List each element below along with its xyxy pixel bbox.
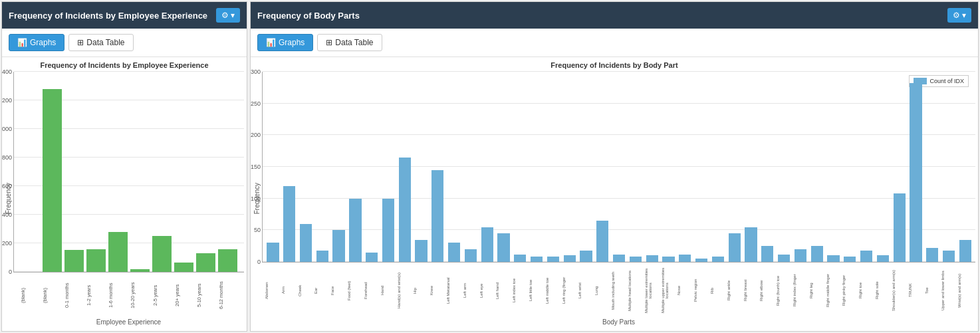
bar <box>926 248 938 262</box>
x-label: Multiple head locations <box>628 264 643 317</box>
x-label: Right elbow <box>759 264 775 317</box>
bar <box>910 83 921 262</box>
bar-group <box>562 72 577 262</box>
bar <box>152 236 172 272</box>
bar <box>218 249 237 272</box>
left-chart-area: Frequency of Incidents by Employee Exper… <box>2 57 247 331</box>
bar-group <box>430 72 445 262</box>
bar-group <box>174 72 193 272</box>
left-x-labels: (blank)(blank)0-1 months1-2 years1-6 mon… <box>13 274 244 317</box>
bar-group <box>595 72 610 262</box>
x-label: Right toe <box>858 264 874 317</box>
x-label: TRUNK <box>908 264 923 317</box>
right-gear-button[interactable]: ⚙ ▾ <box>947 8 971 23</box>
bar-group <box>578 72 594 262</box>
y-tick: 600 <box>2 183 14 189</box>
left-gear-button[interactable]: ⚙ ▾ <box>216 8 240 23</box>
left-graphs-tab[interactable]: 📊 Graphs <box>9 34 64 51</box>
right-chart-container: Frequency Count of IDX 05010015020025030… <box>253 72 975 326</box>
right-data-table-tab[interactable]: ⊞ Data Table <box>317 34 382 51</box>
bar-group <box>941 72 957 262</box>
y-tick: 300 <box>251 68 263 75</box>
bar-group <box>760 72 775 262</box>
bar <box>564 255 576 262</box>
x-label: Abdomen <box>265 264 280 317</box>
x-label: 20+ years <box>174 274 193 317</box>
bar <box>196 253 215 272</box>
bar-chart-icon: 📊 <box>17 38 27 47</box>
bar-group <box>331 72 346 262</box>
bar-group <box>875 72 890 262</box>
bar-group <box>196 72 215 272</box>
y-tick: 0 <box>9 269 14 275</box>
right-x-axis-title: Body Parts <box>262 318 975 326</box>
y-tick: 1000 <box>2 126 14 132</box>
bar <box>778 255 790 262</box>
x-label: Shoulder(s) and arm(s) <box>892 264 907 317</box>
bar <box>894 193 906 262</box>
bar <box>366 253 378 262</box>
bar <box>613 255 625 262</box>
right-graphs-tab[interactable]: 📊 Graphs <box>257 34 313 51</box>
bar-group <box>299 72 314 262</box>
bar-group <box>513 72 528 262</box>
x-label: Rib <box>710 264 725 317</box>
bar-group <box>711 72 726 262</box>
bar <box>860 251 872 262</box>
left-panel: Frequency of Incidents by Employee Exper… <box>1 1 247 332</box>
bar <box>662 257 674 262</box>
x-label: (blank) <box>20 274 39 317</box>
bar <box>174 263 193 272</box>
left-data-table-tab[interactable]: ⊞ Data Table <box>68 34 133 51</box>
bar-group <box>21 72 40 272</box>
bar-group <box>842 72 858 262</box>
x-label: 5-10 years <box>196 274 215 317</box>
bar <box>827 255 839 262</box>
bar <box>300 224 312 262</box>
bar-group <box>447 72 462 262</box>
bar-group <box>777 72 792 262</box>
bar-group <box>661 72 676 262</box>
bar-group <box>793 72 808 262</box>
bar-group <box>265 72 281 262</box>
x-label: 6-12 months <box>218 274 237 317</box>
y-tick: 1400 <box>2 68 14 75</box>
bar <box>399 158 411 262</box>
bar-group <box>218 72 237 272</box>
x-label: Left ring (finger <box>562 264 577 317</box>
bar-group <box>644 72 660 262</box>
bar <box>43 89 62 272</box>
y-tick: 1200 <box>2 97 14 104</box>
y-tick: 200 <box>251 132 263 138</box>
bar-group <box>925 72 940 262</box>
x-label: Multiple lower extremities locations <box>644 264 660 317</box>
bar <box>130 269 150 272</box>
right-toolbar: 📊 Graphs ⊞ Data Table <box>251 29 978 57</box>
bar-group <box>727 72 742 262</box>
right-bars-grid: 050100150200250300 <box>262 72 975 263</box>
x-label: Hip <box>413 264 428 317</box>
x-label: Arm <box>281 264 297 317</box>
bar-group <box>397 72 412 262</box>
bar <box>795 249 806 262</box>
bar-group <box>86 72 106 272</box>
x-label: Right leg <box>809 264 824 317</box>
bar <box>646 255 658 262</box>
x-label: Left index toe <box>512 264 527 317</box>
bar <box>64 250 84 272</box>
x-label: Pelvic region <box>693 264 709 317</box>
bar <box>86 249 106 272</box>
y-tick: 250 <box>251 100 263 107</box>
left-bars-grid: 0200400600800100012001400 <box>13 72 244 273</box>
right-panel-header: Frequency of Body Parts ⚙ ▾ <box>251 2 978 29</box>
bar <box>712 257 724 262</box>
right-chart-area: Frequency of Incidents by Body Part Freq… <box>251 57 978 331</box>
bar <box>267 243 279 262</box>
bar <box>811 246 823 262</box>
bar-group <box>414 72 429 262</box>
x-label: Mouth including teeth <box>611 264 626 317</box>
y-tick: 50 <box>254 227 263 233</box>
bar-group <box>152 72 172 272</box>
right-chart-inner: Count of IDX 050100150200250300 AbdomenA… <box>262 72 975 326</box>
x-label: Hand <box>380 264 396 317</box>
